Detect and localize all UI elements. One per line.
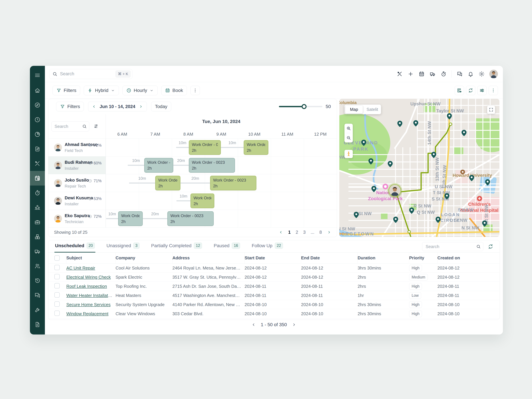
map-panel[interactable]: ColumbiaUpshur St NWTaylor St NWCLEVELAN… [339, 99, 500, 237]
map-fullscreen-button[interactable] [487, 106, 495, 114]
row-checkbox[interactable] [54, 283, 60, 288]
page-number[interactable]: 3 [303, 230, 306, 235]
list-eye-button[interactable] [455, 86, 464, 95]
work-order-block[interactable]: Work Orde...2h [190, 194, 214, 208]
sidebar-item-toolbox[interactable] [30, 215, 45, 229]
pegman-button[interactable] [344, 150, 353, 158]
page-number[interactable]: ... [310, 230, 314, 235]
subject-link[interactable]: Roof Leak Inspection [66, 284, 107, 289]
sidebar-item-clock[interactable] [30, 112, 45, 127]
table-row[interactable]: Electrical Wiring Check Spark Electric 3… [48, 273, 500, 282]
map-view-button[interactable]: Map [345, 106, 363, 113]
tools-button[interactable] [395, 70, 404, 78]
technician-search-input[interactable] [54, 124, 82, 129]
sidebar-item-boxes[interactable] [30, 229, 45, 244]
column-header[interactable]: Subject [66, 253, 115, 263]
tab-follow-up[interactable]: Follow Up22 [251, 243, 284, 252]
table-refresh-button[interactable] [487, 243, 494, 251]
date-range-picker[interactable]: Jun 10 - 14, 2024 [88, 102, 147, 111]
more-options-button[interactable] [190, 86, 200, 95]
technician-cell[interactable]: Joko Susilo Repair Tech 71% [48, 174, 106, 192]
subject-link[interactable]: Secure Home Services [66, 302, 111, 307]
sort-button[interactable] [92, 123, 100, 130]
sidebar-item-chat[interactable] [30, 288, 45, 303]
subject-link[interactable]: Window Replacement [66, 311, 108, 316]
table-row[interactable]: Window Replacement Clear View Windows 30… [48, 309, 500, 318]
technician-cell[interactable]: Eko Saputra Technician 72% [48, 210, 106, 228]
sliders-button[interactable] [477, 86, 487, 95]
scheduler-filters-button[interactable]: Filters [56, 102, 84, 111]
technician-cell[interactable]: Dewi Kusuma Installer 53% [48, 192, 106, 210]
sidebar-item-stopwatch[interactable] [30, 185, 45, 200]
subject-link[interactable]: AC Unit Repair [66, 266, 95, 271]
chat-button[interactable] [455, 70, 464, 78]
sidebar-item-truck[interactable] [30, 244, 45, 259]
page-prev-icon[interactable] [251, 322, 256, 327]
work-order-block[interactable]: Work Order - 00232h [210, 176, 256, 190]
subject-link[interactable]: Electrical Wiring Check [66, 275, 111, 280]
user-avatar[interactable] [489, 70, 498, 78]
column-header[interactable]: Address [172, 253, 245, 263]
sidebar-item-home[interactable] [30, 83, 45, 98]
calendar-button[interactable] [417, 70, 426, 78]
zoom-slider[interactable] [279, 106, 322, 107]
select-all-checkbox[interactable] [54, 255, 60, 261]
column-header[interactable]: Created on [437, 253, 500, 263]
gear-button[interactable] [477, 70, 486, 78]
truck-button[interactable] [428, 70, 437, 78]
technician-cell[interactable]: Ahmad Santoso Field Tech 72% [48, 139, 106, 156]
sidebar-item-compass[interactable] [30, 98, 45, 112]
chevron-left-icon[interactable] [92, 104, 96, 109]
page-number[interactable]: 2 [296, 230, 298, 235]
book-button[interactable]: Book [161, 86, 187, 95]
sidebar-item-users[interactable] [30, 259, 45, 273]
page-next-icon[interactable] [291, 322, 296, 327]
column-header[interactable]: Priority [409, 253, 437, 263]
bell-button[interactable] [466, 70, 475, 78]
table-search-input[interactable] [425, 244, 476, 249]
work-order-block[interactable]: Work Orde...2h [118, 211, 143, 226]
map-zoom-out-button[interactable] [344, 133, 353, 142]
filters-button[interactable]: Filters [52, 86, 80, 95]
sidebar-item-hamburger[interactable] [30, 70, 45, 81]
technician-cell[interactable]: Budi Rahman Installer 60% [48, 156, 106, 174]
chevron-right-icon[interactable] [139, 104, 143, 109]
stopwatch-button[interactable] [439, 70, 448, 78]
kebab-button[interactable] [489, 86, 498, 95]
row-checkbox[interactable] [54, 274, 60, 279]
row-checkbox[interactable] [54, 292, 60, 298]
map-zoom-in-button[interactable] [344, 124, 353, 133]
subject-link[interactable]: Water Heater Installation [66, 293, 114, 298]
tab-unscheduled[interactable]: Unscheduled20 [54, 243, 95, 252]
tab-paused[interactable]: Paused16 [213, 243, 241, 252]
page-number[interactable]: 1 [288, 230, 291, 235]
table-search[interactable] [422, 242, 483, 251]
sidebar-item-tools[interactable] [30, 156, 45, 171]
row-checkbox[interactable] [54, 310, 60, 316]
column-header[interactable]: Company [115, 253, 172, 263]
column-header[interactable]: Start Date [245, 253, 301, 263]
technician-location-marker[interactable] [388, 184, 401, 197]
sidebar-item-pie[interactable] [30, 127, 45, 142]
table-row[interactable]: Roof Leak Inspection Top Roofing Inc. 27… [48, 282, 500, 291]
sidebar-item-team[interactable] [30, 200, 45, 215]
hourly-dropdown[interactable]: Hourly [122, 86, 158, 95]
page-number[interactable]: 8 [319, 230, 322, 235]
work-order-block[interactable]: Work Orde...2h [244, 140, 268, 155]
hybrid-dropdown[interactable]: Hybrid [84, 86, 119, 95]
tab-unassigned[interactable]: Unassigned3 [106, 243, 140, 252]
work-order-block[interactable]: Work Order - 00232h [189, 140, 221, 155]
table-row[interactable]: AC Unit Repair Cool Air Solutions 2464 R… [48, 264, 500, 273]
sidebar-item-file-text[interactable] [30, 317, 45, 332]
technician-search[interactable] [51, 121, 89, 132]
next-page-icon[interactable] [327, 230, 331, 234]
sidebar-item-history[interactable] [30, 273, 45, 288]
global-search-input[interactable] [60, 71, 113, 77]
work-order-block[interactable]: Work Order - 00232h [144, 158, 173, 173]
work-order-block[interactable]: Work Orde...2h [155, 176, 180, 190]
work-order-block[interactable]: Work Order - 00232h [167, 211, 214, 226]
sidebar-item-calendar-clock[interactable] [30, 171, 45, 185]
table-row[interactable]: Water Heater Installation Heat Masters 4… [48, 291, 500, 300]
row-checkbox[interactable] [54, 265, 60, 270]
plus-button[interactable] [406, 70, 415, 78]
